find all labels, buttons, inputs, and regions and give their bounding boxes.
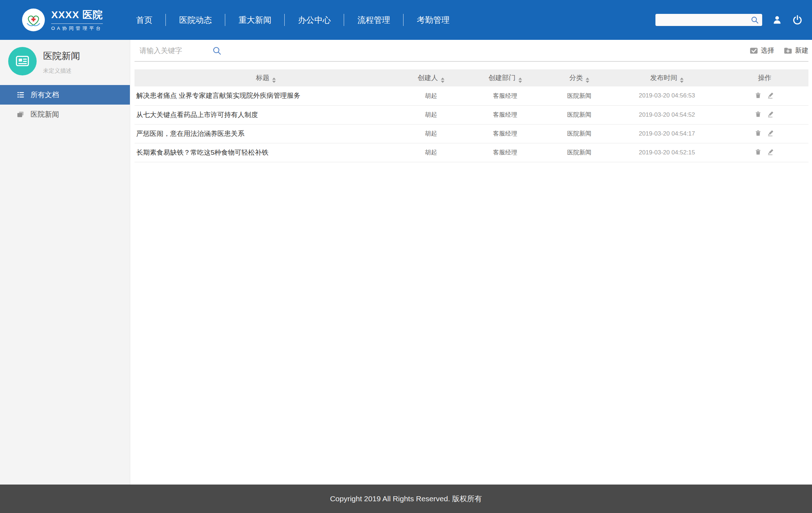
copyright-text: Copyright 2019 All Rights Reserved. 版权所有 bbox=[330, 494, 482, 504]
list-icon bbox=[16, 91, 25, 99]
doc-published: 2019-03-20 04:54:17 bbox=[613, 124, 721, 143]
app-title: 医院新闻 bbox=[43, 50, 80, 62]
doc-published: 2019-03-20 04:54:52 bbox=[613, 105, 721, 124]
edit-icon[interactable] bbox=[767, 110, 775, 118]
table-header-row: 标题 创建人 创建部门 分类 发布时间 bbox=[135, 69, 808, 86]
column-header-creator[interactable]: 创建人 bbox=[397, 69, 465, 86]
table-row: 解决患者痛点 业界专家建言献策实现院外疾病管理服务 胡起 客服经理 医院新闻 2… bbox=[135, 86, 808, 105]
documents-icon bbox=[16, 110, 25, 118]
hospital-logo-icon bbox=[22, 9, 45, 31]
sort-icon[interactable] bbox=[680, 78, 684, 83]
doc-title[interactable]: 长期素食易缺铁？常吃这5种食物可轻松补铁 bbox=[135, 143, 397, 162]
search-icon[interactable] bbox=[750, 16, 759, 24]
nav-item-office-center[interactable]: 办公中心 bbox=[284, 14, 344, 26]
table-row: 长期素食易缺铁？常吃这5种食物可轻松补铁 胡起 客服经理 医院新闻 2019-0… bbox=[135, 143, 808, 162]
sidebar-item-label: 所有文档 bbox=[31, 90, 59, 100]
column-header-published[interactable]: 发布时间 bbox=[613, 69, 721, 86]
edit-icon[interactable] bbox=[767, 91, 775, 99]
logo-text: XXXX 医院 OA协同管理平台 bbox=[51, 8, 103, 32]
column-header-operations: 操作 bbox=[721, 69, 808, 86]
column-header-title[interactable]: 标题 bbox=[135, 69, 397, 86]
power-icon[interactable] bbox=[792, 15, 803, 25]
logo[interactable]: XXXX 医院 OA协同管理平台 bbox=[22, 8, 103, 32]
nav-item-process-mgmt[interactable]: 流程管理 bbox=[344, 14, 403, 26]
sidebar-item-hospital-news[interactable]: 医院新闻 bbox=[0, 105, 130, 124]
table-row: 严惩医闹，意在用法治涵养医患关系 胡起 客服经理 医院新闻 2019-03-20… bbox=[135, 124, 808, 143]
sort-icon[interactable] bbox=[518, 78, 522, 83]
nav-item-hospital-trends[interactable]: 医院动态 bbox=[165, 14, 225, 26]
doc-creator: 胡起 bbox=[397, 86, 465, 105]
doc-category: 医院新闻 bbox=[545, 86, 613, 105]
sidebar-menu: 所有文档 医院新闻 bbox=[0, 85, 130, 124]
doc-department: 客服经理 bbox=[465, 105, 545, 124]
sidebar-item-all-documents[interactable]: 所有文档 bbox=[0, 85, 130, 105]
top-navbar: XXXX 医院 OA协同管理平台 首页 医院动态 重大新闻 办公中心 流程管理 … bbox=[0, 0, 812, 40]
create-button-label: 新建 bbox=[795, 46, 808, 55]
doc-published: 2019-03-20 04:52:15 bbox=[613, 143, 721, 162]
logo-title: XXXX 医院 bbox=[51, 8, 103, 22]
sort-icon[interactable] bbox=[441, 78, 444, 83]
keyword-search-input[interactable] bbox=[135, 47, 212, 55]
nav-item-home[interactable]: 首页 bbox=[123, 14, 165, 26]
page: XXXX 医院 OA协同管理平台 首页 医院动态 重大新闻 办公中心 流程管理 … bbox=[0, 0, 812, 513]
doc-creator: 胡起 bbox=[397, 143, 465, 162]
doc-department: 客服经理 bbox=[465, 143, 545, 162]
checked-box-icon bbox=[750, 47, 758, 54]
global-search-input[interactable] bbox=[655, 14, 762, 26]
content-toolbar: 选择 新建 bbox=[135, 40, 808, 61]
topbar-right bbox=[655, 14, 803, 26]
nav-item-attendance-mgmt[interactable]: 考勤管理 bbox=[403, 14, 463, 26]
sidebar: 医院新闻 未定义描述 所有文档 bbox=[0, 40, 130, 485]
user-icon[interactable] bbox=[772, 15, 782, 25]
edit-icon[interactable] bbox=[767, 129, 775, 137]
documents-table: 标题 创建人 创建部门 分类 发布时间 bbox=[135, 69, 808, 162]
doc-title[interactable]: 严惩医闹，意在用法治涵养医患关系 bbox=[135, 124, 397, 143]
select-button-label: 选择 bbox=[761, 46, 774, 55]
logo-divider bbox=[51, 23, 103, 24]
toolbar-actions: 选择 新建 bbox=[750, 46, 808, 55]
doc-category: 医院新闻 bbox=[545, 105, 613, 124]
toolbar-divider bbox=[135, 61, 808, 62]
nav-item-major-news[interactable]: 重大新闻 bbox=[225, 14, 284, 26]
create-button[interactable]: 新建 bbox=[784, 46, 808, 55]
sort-icon[interactable] bbox=[272, 78, 276, 83]
doc-title[interactable]: 从七大关键点看药品上市许可持有人制度 bbox=[135, 105, 397, 124]
doc-creator: 胡起 bbox=[397, 105, 465, 124]
trash-icon[interactable] bbox=[754, 91, 762, 99]
select-button[interactable]: 选择 bbox=[750, 46, 774, 55]
content-area: 选择 新建 bbox=[130, 40, 812, 485]
search-icon[interactable] bbox=[212, 46, 222, 55]
trash-icon[interactable] bbox=[754, 129, 762, 137]
doc-category: 医院新闻 bbox=[545, 124, 613, 143]
folder-plus-icon bbox=[784, 47, 792, 54]
doc-department: 客服经理 bbox=[465, 124, 545, 143]
doc-title[interactable]: 解决患者痛点 业界专家建言献策实现院外疾病管理服务 bbox=[135, 86, 397, 105]
edit-icon[interactable] bbox=[767, 148, 775, 155]
column-header-category[interactable]: 分类 bbox=[545, 69, 613, 86]
footer: Copyright 2019 All Rights Reserved. 版权所有 bbox=[0, 485, 812, 513]
app-profile: 医院新闻 未定义描述 bbox=[0, 40, 130, 75]
logo-subtitle: OA协同管理平台 bbox=[51, 25, 103, 32]
doc-creator: 胡起 bbox=[397, 124, 465, 143]
trash-icon[interactable] bbox=[754, 110, 762, 118]
trash-icon[interactable] bbox=[754, 148, 762, 155]
keyword-search bbox=[135, 46, 222, 55]
app-subtitle: 未定义描述 bbox=[43, 67, 80, 75]
sidebar-item-label: 医院新闻 bbox=[31, 110, 59, 119]
newspaper-icon bbox=[8, 47, 37, 75]
doc-published: 2019-03-20 04:56:53 bbox=[613, 86, 721, 105]
doc-category: 医院新闻 bbox=[545, 143, 613, 162]
column-header-department[interactable]: 创建部门 bbox=[465, 69, 545, 86]
global-search bbox=[655, 14, 762, 26]
doc-department: 客服经理 bbox=[465, 86, 545, 105]
sort-icon[interactable] bbox=[586, 78, 589, 83]
main-nav: 首页 医院动态 重大新闻 办公中心 流程管理 考勤管理 bbox=[123, 14, 463, 26]
table-row: 从七大关键点看药品上市许可持有人制度 胡起 客服经理 医院新闻 2019-03-… bbox=[135, 105, 808, 124]
